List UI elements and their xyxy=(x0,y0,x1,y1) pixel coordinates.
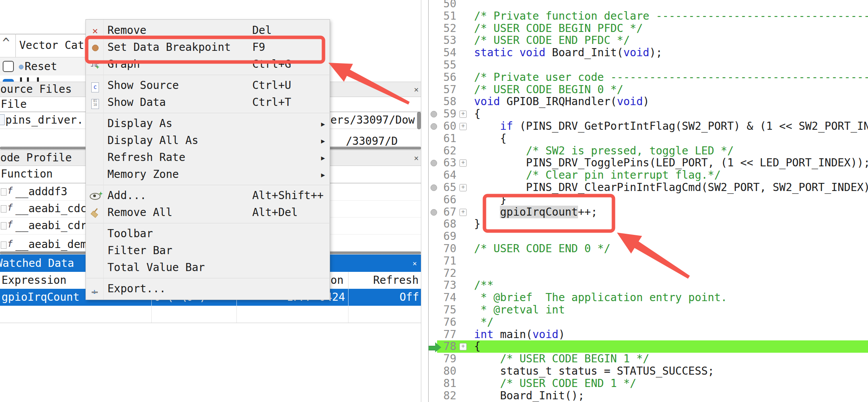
code-line: 67+ gpioIrqCount++; xyxy=(429,206,868,218)
menu-item-label: Filter Bar xyxy=(107,244,173,257)
binary-file-icon: 0110 xyxy=(88,94,102,111)
submenu-arrow-icon: ▶ xyxy=(321,149,325,166)
menu-item-refresh-rate[interactable]: Refresh Rate▶ xyxy=(86,149,330,166)
watched-data-empty-row[interactable] xyxy=(0,306,421,323)
line-number: 52 xyxy=(435,22,456,35)
menu-item-shortcut: Alt+Del xyxy=(252,204,298,221)
code-text: /* Private function declare ------------… xyxy=(474,10,868,22)
fold-toggle-icon[interactable]: + xyxy=(459,343,467,350)
code-text: status_t status = STATUS_SUCCESS; xyxy=(474,365,714,377)
menu-item-memory-zone[interactable]: Memory Zone▶ xyxy=(86,166,330,183)
refresh-column-header[interactable]: Refresh xyxy=(348,272,419,289)
file-icon xyxy=(0,114,5,125)
line-number: 53 xyxy=(435,34,456,47)
code-text: static void Board_Init(void); xyxy=(474,47,662,59)
line-number: 74 xyxy=(435,291,456,304)
fold-box-icon[interactable] xyxy=(1,222,7,229)
column-divider xyxy=(151,306,152,323)
remove-cross-icon: ✕ xyxy=(88,22,102,39)
menu-item-shortcut: Del xyxy=(252,22,272,39)
line-number: 73 xyxy=(435,279,456,291)
line-number: 70 xyxy=(435,243,456,255)
panel-title: Watched Data xyxy=(0,255,74,272)
clipped-row-fragment xyxy=(20,77,22,82)
menu-item-shortcut: Ctrl+U xyxy=(252,77,291,94)
code-text: /* USER CODE END 0 */ xyxy=(474,243,610,255)
line-number: 63 xyxy=(435,157,456,169)
menu-item-label: Display As xyxy=(107,117,173,130)
menu-item-filter-bar[interactable]: Filter Bar xyxy=(86,242,330,259)
menu-item-shortcut: Ctrl+T xyxy=(252,94,291,111)
sort-ascending-icon[interactable]: ^ xyxy=(2,35,10,50)
menu-item-label: Total Value Bar xyxy=(107,261,205,274)
line-number: 68 xyxy=(435,218,456,230)
menu-item-display-all-as[interactable]: Display All As▶ xyxy=(86,132,330,149)
line-number: 58 xyxy=(435,95,456,108)
menu-item-set-data-breakpoint[interactable]: Set Data BreakpointF9 xyxy=(86,39,330,56)
close-icon[interactable]: ✕ xyxy=(409,255,421,272)
broom-icon xyxy=(88,204,102,221)
line-number: 77 xyxy=(435,328,456,341)
expression-column-header[interactable]: Expression xyxy=(2,272,67,289)
line-number: 57 xyxy=(435,84,456,96)
fold-toggle-icon[interactable]: + xyxy=(459,123,467,130)
code-line: 59+{ xyxy=(429,108,868,120)
menu-item-remove[interactable]: ✕RemoveDel xyxy=(86,22,330,39)
code-line: 82 Board_Init(); xyxy=(429,390,868,402)
line-number: 62 xyxy=(435,145,456,157)
fold-toggle-icon[interactable]: + xyxy=(459,209,467,216)
table-row[interactable] xyxy=(0,75,85,82)
code-text: gpioIrqCount++; xyxy=(474,206,597,218)
menu-item-show-source[interactable]: cShow SourceCtrl+U xyxy=(86,77,330,94)
fold-box-icon[interactable] xyxy=(1,188,7,196)
menu-item-total-value-bar[interactable]: Total Value Bar xyxy=(86,259,330,276)
graph-icon: + xyxy=(88,56,102,73)
fold-toggle-icon[interactable]: + xyxy=(459,184,467,191)
close-icon[interactable]: ✕ xyxy=(411,82,422,97)
menu-icon-empty xyxy=(88,259,102,276)
function-column-header[interactable]: Function xyxy=(1,165,53,183)
function-icon: f xyxy=(7,219,13,229)
menu-item-remove-all[interactable]: Remove AllAlt+Del xyxy=(86,204,330,221)
code-line: 69 xyxy=(429,230,868,243)
file-column-header[interactable]: File xyxy=(1,97,27,112)
ide-workspace: ^ Vector Cat Reset Source Files ✕ File p… xyxy=(0,0,868,402)
fold-box-icon[interactable] xyxy=(1,241,7,249)
code-text: { xyxy=(474,108,481,120)
submenu-arrow-icon: ▶ xyxy=(321,116,325,132)
fold-box-icon[interactable] xyxy=(1,205,7,213)
fold-toggle-icon[interactable]: + xyxy=(459,111,467,118)
vector-catalog-column-header[interactable]: Vector Cat xyxy=(19,34,84,57)
menu-item-export[interactable]: ↓Export... xyxy=(86,280,330,297)
code-text: { xyxy=(474,340,481,353)
code-editor[interactable]: 5051/* Private function declare --------… xyxy=(428,0,868,402)
code-line: 73/** xyxy=(429,279,868,291)
line-number: 82 xyxy=(435,390,456,402)
menu-item-add[interactable]: +Add...Alt+Shift++ xyxy=(86,187,330,204)
c-file-icon: c xyxy=(88,77,102,94)
line-number: 76 xyxy=(435,316,456,328)
svg-text:+: + xyxy=(96,64,99,69)
panel-title: Source Files xyxy=(0,82,72,97)
close-icon[interactable]: ✕ xyxy=(411,150,422,166)
code-line: 50 xyxy=(429,0,868,10)
code-line: 70/* USER CODE END 0 */ xyxy=(429,243,868,255)
line-number: 71 xyxy=(435,255,456,267)
code-line: 61 { xyxy=(429,132,868,145)
menu-icon-empty xyxy=(88,166,102,183)
code-line: 52/* USER CODE BEGIN PFDC */ xyxy=(429,22,868,35)
line-number: 59 xyxy=(435,108,456,120)
function-name: __aeabi_demr xyxy=(15,238,93,251)
checkbox[interactable] xyxy=(3,61,14,72)
fold-toggle-icon[interactable]: + xyxy=(459,159,467,167)
code-text: */ xyxy=(474,316,494,328)
menu-item-graph[interactable]: +GraphCtrl+G xyxy=(86,56,330,73)
menu-item-toolbar[interactable]: Toolbar xyxy=(86,225,330,242)
menu-separator xyxy=(86,75,329,75)
table-row[interactable]: Reset xyxy=(0,57,85,75)
code-text: /* USER CODE END 1 */ xyxy=(474,377,636,390)
vector-dot-icon xyxy=(19,65,23,69)
vertical-scrollbar[interactable] xyxy=(417,112,421,129)
menu-item-show-data[interactable]: 0110Show DataCtrl+T xyxy=(86,94,330,111)
menu-item-display-as[interactable]: Display As▶ xyxy=(86,115,330,132)
